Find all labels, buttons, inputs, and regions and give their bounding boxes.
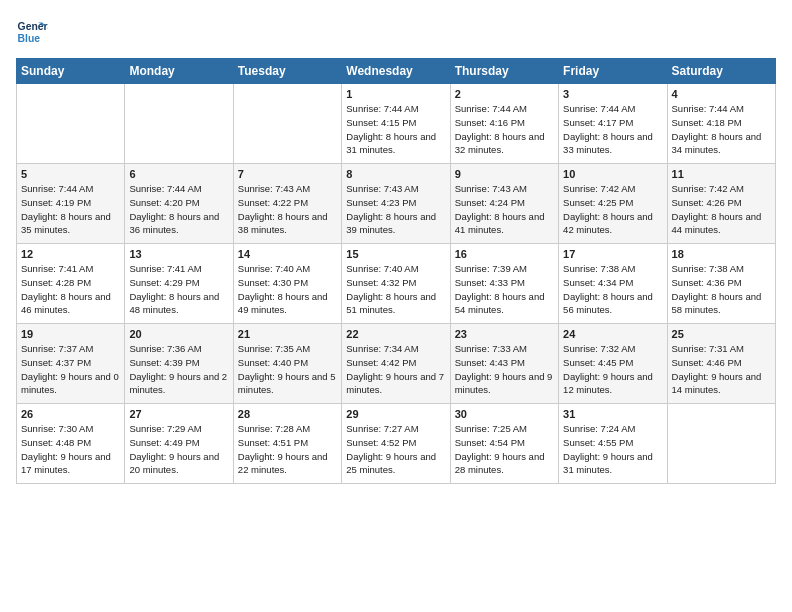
calendar-cell: 20Sunrise: 7:36 AMSunset: 4:39 PMDayligh… [125, 324, 233, 404]
calendar-cell: 29Sunrise: 7:27 AMSunset: 4:52 PMDayligh… [342, 404, 450, 484]
day-number: 19 [21, 328, 120, 340]
calendar-cell: 15Sunrise: 7:40 AMSunset: 4:32 PMDayligh… [342, 244, 450, 324]
day-info: Sunrise: 7:42 AMSunset: 4:25 PMDaylight:… [563, 182, 662, 237]
day-info: Sunrise: 7:44 AMSunset: 4:20 PMDaylight:… [129, 182, 228, 237]
day-number: 14 [238, 248, 337, 260]
day-info: Sunrise: 7:40 AMSunset: 4:30 PMDaylight:… [238, 262, 337, 317]
day-of-week-header: Saturday [667, 59, 775, 84]
day-info: Sunrise: 7:44 AMSunset: 4:19 PMDaylight:… [21, 182, 120, 237]
calendar-cell: 18Sunrise: 7:38 AMSunset: 4:36 PMDayligh… [667, 244, 775, 324]
calendar-cell: 2Sunrise: 7:44 AMSunset: 4:16 PMDaylight… [450, 84, 558, 164]
calendar-cell [17, 84, 125, 164]
calendar-cell: 17Sunrise: 7:38 AMSunset: 4:34 PMDayligh… [559, 244, 667, 324]
day-number: 23 [455, 328, 554, 340]
day-info: Sunrise: 7:41 AMSunset: 4:28 PMDaylight:… [21, 262, 120, 317]
calendar-cell [125, 84, 233, 164]
day-info: Sunrise: 7:28 AMSunset: 4:51 PMDaylight:… [238, 422, 337, 477]
day-of-week-header: Tuesday [233, 59, 341, 84]
calendar-cell: 8Sunrise: 7:43 AMSunset: 4:23 PMDaylight… [342, 164, 450, 244]
day-number: 13 [129, 248, 228, 260]
calendar-cell: 31Sunrise: 7:24 AMSunset: 4:55 PMDayligh… [559, 404, 667, 484]
calendar-cell: 22Sunrise: 7:34 AMSunset: 4:42 PMDayligh… [342, 324, 450, 404]
day-info: Sunrise: 7:38 AMSunset: 4:34 PMDaylight:… [563, 262, 662, 317]
day-number: 8 [346, 168, 445, 180]
day-info: Sunrise: 7:29 AMSunset: 4:49 PMDaylight:… [129, 422, 228, 477]
calendar-cell: 1Sunrise: 7:44 AMSunset: 4:15 PMDaylight… [342, 84, 450, 164]
day-number: 15 [346, 248, 445, 260]
day-of-week-header: Wednesday [342, 59, 450, 84]
day-of-week-header: Monday [125, 59, 233, 84]
day-number: 1 [346, 88, 445, 100]
calendar-cell: 3Sunrise: 7:44 AMSunset: 4:17 PMDaylight… [559, 84, 667, 164]
logo: General Blue [16, 16, 52, 48]
calendar-cell: 14Sunrise: 7:40 AMSunset: 4:30 PMDayligh… [233, 244, 341, 324]
day-info: Sunrise: 7:44 AMSunset: 4:15 PMDaylight:… [346, 102, 445, 157]
day-number: 12 [21, 248, 120, 260]
day-info: Sunrise: 7:38 AMSunset: 4:36 PMDaylight:… [672, 262, 771, 317]
day-info: Sunrise: 7:25 AMSunset: 4:54 PMDaylight:… [455, 422, 554, 477]
day-info: Sunrise: 7:24 AMSunset: 4:55 PMDaylight:… [563, 422, 662, 477]
day-info: Sunrise: 7:31 AMSunset: 4:46 PMDaylight:… [672, 342, 771, 397]
day-number: 17 [563, 248, 662, 260]
calendar-cell: 6Sunrise: 7:44 AMSunset: 4:20 PMDaylight… [125, 164, 233, 244]
calendar-cell: 4Sunrise: 7:44 AMSunset: 4:18 PMDaylight… [667, 84, 775, 164]
day-number: 3 [563, 88, 662, 100]
svg-text:Blue: Blue [18, 33, 41, 44]
day-info: Sunrise: 7:43 AMSunset: 4:22 PMDaylight:… [238, 182, 337, 237]
calendar-table: SundayMondayTuesdayWednesdayThursdayFrid… [16, 58, 776, 484]
calendar-cell: 28Sunrise: 7:28 AMSunset: 4:51 PMDayligh… [233, 404, 341, 484]
day-info: Sunrise: 7:44 AMSunset: 4:17 PMDaylight:… [563, 102, 662, 157]
calendar-cell: 10Sunrise: 7:42 AMSunset: 4:25 PMDayligh… [559, 164, 667, 244]
day-info: Sunrise: 7:44 AMSunset: 4:18 PMDaylight:… [672, 102, 771, 157]
calendar-cell: 27Sunrise: 7:29 AMSunset: 4:49 PMDayligh… [125, 404, 233, 484]
calendar-cell [233, 84, 341, 164]
day-info: Sunrise: 7:43 AMSunset: 4:24 PMDaylight:… [455, 182, 554, 237]
day-info: Sunrise: 7:34 AMSunset: 4:42 PMDaylight:… [346, 342, 445, 397]
calendar-cell: 21Sunrise: 7:35 AMSunset: 4:40 PMDayligh… [233, 324, 341, 404]
day-info: Sunrise: 7:37 AMSunset: 4:37 PMDaylight:… [21, 342, 120, 397]
day-number: 31 [563, 408, 662, 420]
calendar-cell: 5Sunrise: 7:44 AMSunset: 4:19 PMDaylight… [17, 164, 125, 244]
day-number: 18 [672, 248, 771, 260]
logo-icon: General Blue [16, 16, 48, 48]
day-number: 16 [455, 248, 554, 260]
calendar-cell: 24Sunrise: 7:32 AMSunset: 4:45 PMDayligh… [559, 324, 667, 404]
day-number: 7 [238, 168, 337, 180]
calendar-cell: 25Sunrise: 7:31 AMSunset: 4:46 PMDayligh… [667, 324, 775, 404]
svg-text:General: General [18, 21, 48, 32]
day-number: 28 [238, 408, 337, 420]
day-number: 5 [21, 168, 120, 180]
day-info: Sunrise: 7:30 AMSunset: 4:48 PMDaylight:… [21, 422, 120, 477]
day-info: Sunrise: 7:42 AMSunset: 4:26 PMDaylight:… [672, 182, 771, 237]
day-of-week-header: Friday [559, 59, 667, 84]
calendar-cell: 9Sunrise: 7:43 AMSunset: 4:24 PMDaylight… [450, 164, 558, 244]
day-info: Sunrise: 7:39 AMSunset: 4:33 PMDaylight:… [455, 262, 554, 317]
day-info: Sunrise: 7:33 AMSunset: 4:43 PMDaylight:… [455, 342, 554, 397]
calendar-cell: 12Sunrise: 7:41 AMSunset: 4:28 PMDayligh… [17, 244, 125, 324]
day-number: 2 [455, 88, 554, 100]
calendar-cell: 30Sunrise: 7:25 AMSunset: 4:54 PMDayligh… [450, 404, 558, 484]
day-info: Sunrise: 7:35 AMSunset: 4:40 PMDaylight:… [238, 342, 337, 397]
calendar-cell [667, 404, 775, 484]
day-info: Sunrise: 7:40 AMSunset: 4:32 PMDaylight:… [346, 262, 445, 317]
day-of-week-header: Sunday [17, 59, 125, 84]
calendar-cell: 16Sunrise: 7:39 AMSunset: 4:33 PMDayligh… [450, 244, 558, 324]
day-number: 6 [129, 168, 228, 180]
day-info: Sunrise: 7:36 AMSunset: 4:39 PMDaylight:… [129, 342, 228, 397]
day-number: 11 [672, 168, 771, 180]
day-number: 25 [672, 328, 771, 340]
calendar-cell: 11Sunrise: 7:42 AMSunset: 4:26 PMDayligh… [667, 164, 775, 244]
calendar-cell: 23Sunrise: 7:33 AMSunset: 4:43 PMDayligh… [450, 324, 558, 404]
day-number: 27 [129, 408, 228, 420]
day-number: 29 [346, 408, 445, 420]
calendar-cell: 26Sunrise: 7:30 AMSunset: 4:48 PMDayligh… [17, 404, 125, 484]
day-number: 9 [455, 168, 554, 180]
day-number: 20 [129, 328, 228, 340]
day-info: Sunrise: 7:43 AMSunset: 4:23 PMDaylight:… [346, 182, 445, 237]
day-number: 10 [563, 168, 662, 180]
day-number: 22 [346, 328, 445, 340]
day-number: 4 [672, 88, 771, 100]
day-info: Sunrise: 7:27 AMSunset: 4:52 PMDaylight:… [346, 422, 445, 477]
day-info: Sunrise: 7:44 AMSunset: 4:16 PMDaylight:… [455, 102, 554, 157]
calendar-cell: 13Sunrise: 7:41 AMSunset: 4:29 PMDayligh… [125, 244, 233, 324]
